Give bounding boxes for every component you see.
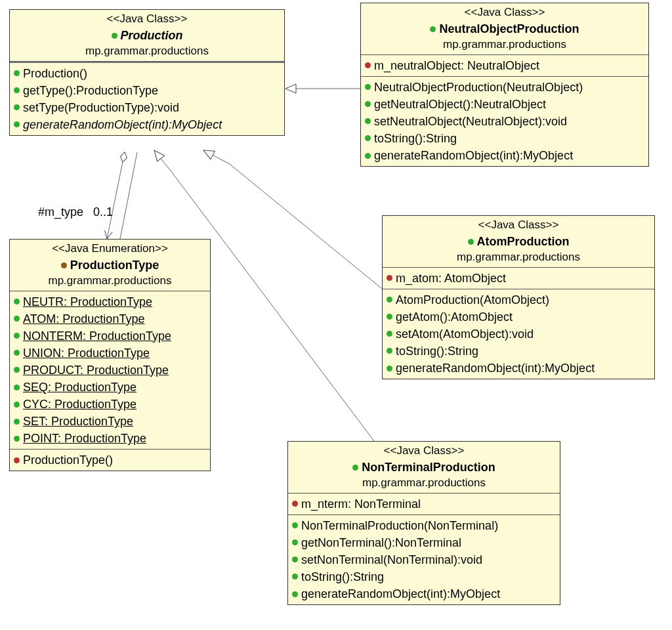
method-icon [365, 135, 371, 141]
class-name: NeutralObjectProduction [439, 21, 579, 37]
op: AtomProduction(AtomObject) [396, 291, 549, 308]
enum-icon [14, 350, 20, 356]
assoc-role: #m_type [38, 205, 83, 219]
assoc-production-to-type-left [107, 152, 125, 239]
op: getAtom():AtomObject [396, 308, 513, 326]
enum-value: UNION: ProductionType [23, 345, 150, 362]
stereotype: <<Java Class>> [292, 444, 556, 459]
class-nonterm[interactable]: <<Java Class>> NonTerminalProduction mp.… [287, 441, 560, 605]
enum-icon [14, 367, 20, 373]
attr: m_neutralObject: NeutralObject [374, 57, 539, 74]
enum-icon [14, 436, 20, 442]
method-icon [292, 574, 298, 579]
method-icon [292, 539, 298, 545]
op: Production() [23, 65, 87, 82]
op: setNeutralObject(NeutralObject):void [374, 113, 567, 130]
visibility-icon [61, 262, 67, 268]
assoc-label: #m_type 0..1 [38, 205, 113, 219]
method-icon [365, 84, 371, 90]
op: getType():ProductionType [23, 82, 158, 99]
method-icon [387, 348, 392, 354]
class-name: Production [121, 28, 183, 43]
enum-productiontype[interactable]: <<Java Enumeration>> ProductionType mp.g… [9, 239, 211, 471]
op: ProductionType() [23, 452, 113, 469]
enum-values: NEUTR: ProductionType ATOM: ProductionTy… [10, 291, 210, 450]
enum-header: <<Java Enumeration>> ProductionType mp.g… [10, 240, 210, 291]
method-icon [365, 153, 371, 159]
enum-value: NEUTR: ProductionType [23, 293, 152, 310]
class-production[interactable]: <<Java Class>> Production mp.grammar.pro… [9, 9, 285, 136]
enum-icon [14, 333, 20, 339]
stereotype: <<Java Class>> [387, 218, 650, 233]
method-icon [14, 87, 20, 93]
visibility-icon [112, 33, 117, 39]
op: generateRandomObject(int):MyObject [396, 360, 595, 377]
class-neutral[interactable]: <<Java Class>> NeutralObjectProduction m… [360, 3, 649, 167]
package-name: mp.grammar.productions [387, 250, 650, 265]
class-name: ProductionType [70, 257, 159, 273]
attr-icon [387, 275, 392, 281]
enum-icon [14, 299, 20, 304]
op: toString():String [374, 130, 457, 147]
class-atom-header: <<Java Class>> AtomProduction mp.grammar… [383, 216, 654, 268]
enum-icon [14, 402, 20, 408]
enum-value: ATOM: ProductionType [23, 310, 144, 327]
class-atom[interactable]: <<Java Class>> AtomProduction mp.grammar… [382, 215, 655, 379]
enum-value: SEQ: ProductionType [23, 379, 136, 396]
package-name: mp.grammar.productions [14, 44, 280, 59]
method-icon [365, 118, 371, 124]
assoc-production-to-type-right [120, 152, 137, 239]
method-icon [14, 457, 20, 463]
gen-atom-production [203, 150, 382, 289]
method-icon [365, 101, 371, 107]
attr-icon [365, 62, 371, 68]
class-production-header: <<Java Class>> Production mp.grammar.pro… [10, 10, 284, 62]
visibility-icon [430, 26, 436, 32]
class-nonterm-attrs: m_nterm: NonTerminal [288, 494, 560, 515]
stereotype: <<Java Class>> [365, 5, 644, 20]
class-neutral-header: <<Java Class>> NeutralObjectProduction m… [361, 3, 648, 55]
enum-icon [14, 385, 20, 390]
class-name: NonTerminalProduction [362, 459, 495, 475]
op: toString():String [301, 568, 384, 585]
method-icon [14, 104, 20, 110]
enum-icon [14, 419, 20, 425]
op: setAtom(AtomObject):void [396, 326, 534, 343]
op: generateRandomObject(int):MyObject [23, 116, 222, 133]
visibility-icon [352, 465, 358, 471]
stereotype: <<Java Enumeration>> [14, 242, 206, 257]
attr: m_atom: AtomObject [396, 270, 506, 287]
method-icon [292, 522, 298, 528]
enum-value: POINT: ProductionType [23, 430, 146, 447]
enum-value: SET: ProductionType [23, 413, 133, 430]
enum-icon [14, 316, 20, 322]
enum-value: CYC: ProductionType [23, 396, 136, 413]
op: generateRandomObject(int):MyObject [301, 585, 500, 602]
class-atom-ops: AtomProduction(AtomObject) getAtom():Ato… [383, 289, 654, 379]
method-icon [292, 591, 298, 597]
class-nonterm-ops: NonTerminalProduction(NonTerminal) getNo… [288, 515, 560, 604]
attr-icon [292, 501, 298, 507]
class-production-ops: Production() getType():ProductionType se… [10, 63, 284, 135]
class-neutral-ops: NeutralObjectProduction(NeutralObject) g… [361, 77, 648, 166]
assoc-multiplicity: 0..1 [93, 205, 113, 219]
method-icon [292, 556, 298, 562]
op: generateRandomObject(int):MyObject [374, 147, 573, 164]
class-atom-attrs: m_atom: AtomObject [383, 268, 654, 289]
package-name: mp.grammar.productions [365, 37, 644, 52]
class-name: AtomProduction [477, 234, 570, 249]
method-icon [387, 297, 392, 303]
method-icon [14, 70, 20, 76]
visibility-icon [468, 239, 474, 245]
op: getNonTerminal():NonTerminal [301, 534, 461, 551]
package-name: mp.grammar.productions [14, 274, 206, 289]
stereotype: <<Java Class>> [14, 12, 280, 27]
class-nonterm-header: <<Java Class>> NonTerminalProduction mp.… [288, 442, 560, 494]
attr: m_nterm: NonTerminal [301, 495, 421, 513]
method-icon [387, 366, 392, 371]
op: setType(ProductionType):void [23, 99, 179, 116]
package-name: mp.grammar.productions [292, 476, 556, 491]
op: NeutralObjectProduction(NeutralObject) [374, 79, 583, 96]
class-neutral-attrs: m_neutralObject: NeutralObject [361, 55, 648, 77]
enum-value: NONTERM: ProductionType [23, 327, 171, 345]
